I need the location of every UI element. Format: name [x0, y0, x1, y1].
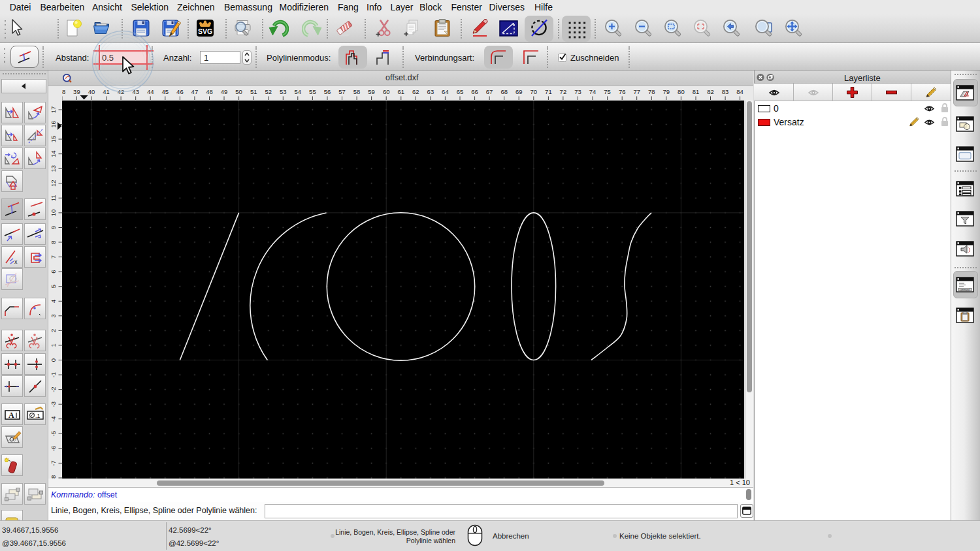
svg-text:74: 74: [589, 88, 596, 95]
svg-text:70: 70: [531, 88, 538, 95]
svg-text:69: 69: [515, 88, 523, 95]
svg-text:3: 3: [50, 314, 57, 317]
svg-text:16: 16: [50, 121, 57, 128]
svg-text:78: 78: [648, 88, 655, 95]
svg-text:73: 73: [574, 88, 581, 95]
svg-text:52: 52: [265, 88, 272, 95]
svg-text:71: 71: [545, 88, 552, 95]
svg-text:1: 1: [50, 343, 57, 347]
svg-text:39: 39: [73, 88, 80, 95]
svg-text:83: 83: [722, 88, 729, 95]
svg-text:67: 67: [486, 88, 493, 95]
svg-text:46: 46: [176, 88, 184, 95]
svg-text:10: 10: [50, 210, 57, 217]
svg-text:68: 68: [500, 88, 508, 95]
svg-text:47: 47: [191, 88, 199, 95]
svg-text:.1: .1: [35, 413, 41, 419]
svg-text:-5: -5: [50, 431, 57, 436]
svg-text:38: 38: [62, 88, 65, 95]
svg-text:56: 56: [324, 88, 331, 95]
svg-text:-7: -7: [50, 460, 57, 465]
svg-text:-6: -6: [50, 446, 57, 451]
svg-text:82: 82: [707, 88, 714, 95]
svg-text:14: 14: [50, 150, 57, 157]
svg-text:-2: -2: [50, 386, 57, 392]
svg-text:72: 72: [560, 88, 567, 95]
svg-text:x: x: [14, 259, 18, 265]
svg-text:-1: -1: [50, 372, 57, 377]
svg-text:45: 45: [162, 88, 169, 95]
svg-text:-4: -4: [50, 416, 57, 421]
svg-text:54: 54: [295, 88, 302, 95]
svg-text:53: 53: [280, 88, 287, 95]
svg-text:61: 61: [398, 88, 405, 95]
svg-text:51: 51: [250, 88, 257, 95]
svg-text:75: 75: [604, 88, 611, 95]
svg-text:2: 2: [50, 329, 57, 332]
svg-text:9: 9: [50, 226, 57, 229]
svg-text:59: 59: [368, 88, 375, 95]
svg-text:62: 62: [412, 88, 419, 95]
svg-text:79: 79: [663, 88, 670, 95]
svg-text:50: 50: [235, 88, 242, 95]
svg-text:4: 4: [50, 300, 57, 303]
svg-text:76: 76: [619, 88, 626, 95]
svg-text:64: 64: [442, 88, 449, 95]
svg-text:49: 49: [221, 88, 228, 95]
svg-text:57: 57: [338, 88, 346, 95]
svg-text:6: 6: [50, 270, 57, 273]
svg-text:65: 65: [457, 88, 464, 95]
svg-text:11: 11: [50, 195, 57, 201]
svg-text:A: A: [8, 411, 14, 420]
svg-text:58: 58: [353, 88, 361, 95]
svg-text:12: 12: [50, 180, 57, 187]
svg-text:13: 13: [50, 165, 57, 172]
svg-text:77: 77: [633, 88, 640, 95]
svg-text:60: 60: [383, 88, 390, 95]
svg-text:81: 81: [693, 88, 700, 95]
svg-text:80: 80: [678, 88, 685, 95]
svg-text:15: 15: [50, 136, 57, 143]
svg-text:84: 84: [736, 88, 743, 95]
svg-text:-3: -3: [50, 401, 57, 407]
svg-text:48: 48: [206, 88, 213, 95]
svg-text:command: command: [960, 289, 970, 291]
svg-text:SVG: SVG: [197, 27, 212, 35]
svg-text:5: 5: [50, 285, 57, 288]
svg-text:8: 8: [50, 240, 57, 244]
svg-text:17: 17: [50, 106, 57, 114]
svg-text:7: 7: [50, 255, 57, 259]
svg-text:66: 66: [471, 88, 478, 95]
svg-text:0: 0: [50, 358, 57, 362]
svg-text:55: 55: [309, 88, 316, 95]
svg-text:63: 63: [427, 88, 434, 95]
